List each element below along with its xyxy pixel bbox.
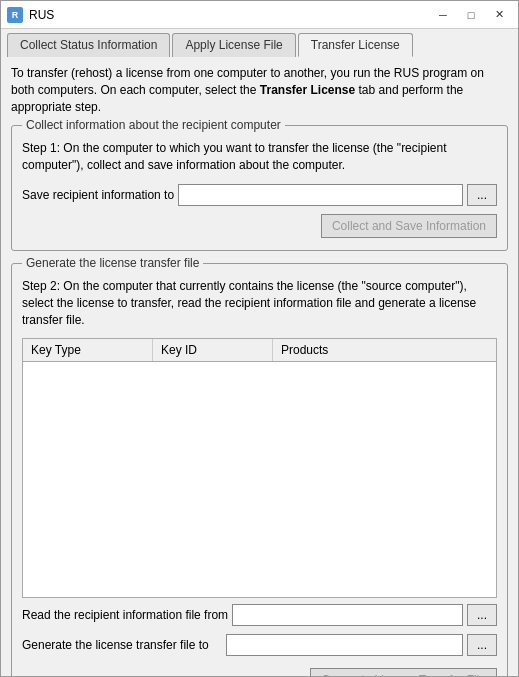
title-bar-controls: ─ □ ✕: [430, 5, 512, 25]
close-button[interactable]: ✕: [486, 5, 512, 25]
tab-collect-status[interactable]: Collect Status Information: [7, 33, 170, 57]
bottom-fields: Read the recipient information file from…: [22, 598, 497, 676]
generate-transfer-file-label: Generate the license transfer file to: [22, 638, 222, 652]
save-recipient-row: Save recipient information to ...: [22, 184, 497, 206]
tabs-bar: Collect Status Information Apply License…: [1, 29, 518, 57]
description-bold: Transfer License: [260, 83, 355, 97]
read-recipient-label: Read the recipient information file from: [22, 608, 228, 622]
main-window: R RUS ─ □ ✕ Collect Status Information A…: [0, 0, 519, 677]
content-area: To transfer (rehost) a license from one …: [1, 57, 518, 676]
generate-transfer-title: Generate the license transfer file: [22, 256, 203, 270]
generate-transfer-file-row: Generate the license transfer file to ..…: [22, 634, 497, 656]
collect-info-title: Collect information about the recipient …: [22, 118, 285, 132]
title-bar-left: R RUS: [7, 7, 54, 23]
col-header-key-id: Key ID: [153, 339, 273, 361]
app-icon: R: [7, 7, 23, 23]
license-table: Key Type Key ID Products: [22, 338, 497, 598]
step2-text: Step 2: On the computer that currently c…: [22, 278, 497, 328]
generate-transfer-group: Generate the license transfer file Step …: [11, 263, 508, 676]
save-recipient-label: Save recipient information to: [22, 188, 174, 202]
save-recipient-browse-button[interactable]: ...: [467, 184, 497, 206]
step1-text: Step 1: On the computer to which you wan…: [22, 140, 497, 174]
generate-btn-row: Generate License Transfer File: [22, 664, 497, 676]
tab-transfer-license[interactable]: Transfer License: [298, 33, 413, 57]
collect-info-group: Collect information about the recipient …: [11, 125, 508, 251]
generate-transfer-file-input[interactable]: [226, 634, 463, 656]
minimize-button[interactable]: ─: [430, 5, 456, 25]
table-body: [23, 362, 496, 592]
read-recipient-input[interactable]: [232, 604, 463, 626]
collect-save-button[interactable]: Collect and Save Information: [321, 214, 497, 238]
title-bar: R RUS ─ □ ✕: [1, 1, 518, 29]
table-header: Key Type Key ID Products: [23, 339, 496, 362]
collect-save-btn-row: Collect and Save Information: [22, 214, 497, 238]
restore-button[interactable]: □: [458, 5, 484, 25]
read-recipient-browse-button[interactable]: ...: [467, 604, 497, 626]
window-title: RUS: [29, 8, 54, 22]
collect-info-inner: Step 1: On the computer to which you wan…: [22, 140, 497, 238]
col-header-key-type: Key Type: [23, 339, 153, 361]
save-recipient-input[interactable]: [178, 184, 463, 206]
col-header-products: Products: [273, 339, 496, 361]
generate-license-transfer-button[interactable]: Generate License Transfer File: [310, 668, 497, 676]
generate-transfer-inner: Step 2: On the computer that currently c…: [22, 278, 497, 676]
read-recipient-row: Read the recipient information file from…: [22, 604, 497, 626]
generate-transfer-browse-button[interactable]: ...: [467, 634, 497, 656]
tab-apply-license[interactable]: Apply License File: [172, 33, 295, 57]
description-text: To transfer (rehost) a license from one …: [11, 65, 508, 115]
